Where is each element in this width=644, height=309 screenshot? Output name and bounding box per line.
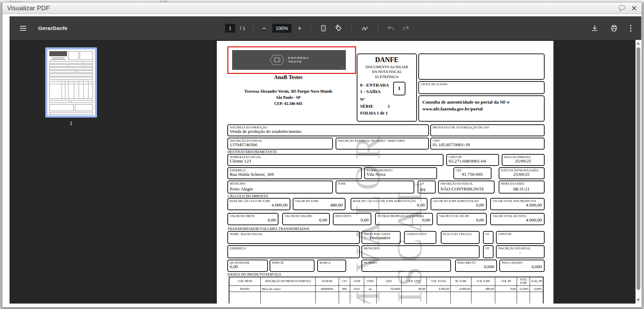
toolbar-divider (352, 24, 352, 32)
column-header: ALIQ. IPI (530, 277, 543, 286)
pdf-viewer: GerarDanfe / 1 − 100% + (10, 16, 641, 304)
chave-acesso-box: CHAVE DE ACESSO (418, 81, 545, 94)
field-transp-inscricao-estadual: INSCRIÇÃO ESTADUAL- (496, 245, 545, 258)
field-dest-cnpj-cpf: CNPJ/CPF65.271.608/0001-04 (446, 154, 499, 166)
download-icon[interactable] (590, 23, 600, 33)
empty-row (229, 292, 543, 304)
field-placa-veiculo: PLACA DO VEICULO (441, 231, 480, 244)
column-header: DESCRIÇÃO DO PRODUTO/SERVIÇO (261, 277, 316, 286)
consulta-box: Consulta de autenticidade no portal da N… (418, 95, 545, 122)
field-valor-frete: VALOR DO FRETE0,00 (227, 213, 278, 225)
cell: 000 (339, 286, 350, 292)
page-thumbnail[interactable] (45, 47, 97, 118)
field-transp-municipio: MUNICIPIO (361, 245, 480, 258)
company-logo: EMPRESATESTE + (232, 50, 346, 70)
menu-icon[interactable] (18, 24, 28, 32)
field-desconto: DESCONTO0,00 (333, 213, 371, 225)
undo-icon[interactable] (386, 24, 396, 33)
thumbnail-panel: 1 (10, 40, 136, 304)
field-dest-inscricao-estadual: INSCRIÇÃO ESTADUALNÃO-CONTRIBUINTE (438, 181, 495, 194)
fit-page-icon[interactable] (318, 23, 328, 33)
column-header: NCM/SH (315, 277, 339, 286)
field-base-icms-substituicao: BASE DE CÁLCULO DE ICMS SUBSTITUIÇÃO0,00 (351, 198, 428, 210)
cell: 4.000,00 (450, 286, 471, 292)
field-peso-liquido: PESO LIQUIDO0,000 (499, 260, 545, 272)
close-icon[interactable] (631, 5, 637, 11)
comment-bubble-icon[interactable] (618, 5, 626, 12)
field-marca: MARCA (317, 260, 346, 272)
cell: Mesa de centro (261, 286, 316, 292)
field-cep: CEP91.750-095 (453, 167, 492, 179)
field-base-calculo-icms: BASE DE CÁLCULO DE ICMS4.000,00 (227, 198, 290, 210)
cell: 6101 (350, 286, 364, 292)
field-valor-seguro: VALOR DO SEGURO0,00 (282, 213, 330, 225)
more-vertical-icon[interactable] (628, 23, 633, 33)
field-cnpj-emitente: CNPJ01.105.857/0001-39 (430, 138, 545, 150)
thumbnail-page-preview (47, 49, 95, 115)
section-destinatario: DESTINATÁRIO/REMETENTE (227, 150, 277, 154)
redo-icon[interactable] (401, 24, 411, 33)
field-numero: NUMERO (361, 260, 451, 272)
field-valor-total-ipi: VALOR TOTAL DO IPI0,00 (437, 213, 487, 225)
column-header: ALIQ. ICMS (517, 277, 530, 286)
cell: 4.000,00 (427, 286, 451, 292)
modal-title: Visualizar PDF (7, 4, 50, 12)
section-calculo-imposto: CÁLCULO DO IMPOSTO (227, 194, 268, 198)
cell: 0,00% (530, 286, 543, 292)
cell: 50,0000 (376, 286, 402, 292)
thumbnail-page-number: 1 (45, 120, 97, 126)
column-header: VLR. ICMS (471, 277, 495, 286)
rotate-icon[interactable] (333, 23, 344, 34)
field-transp-cnpj-cpf: CNPJ/CPF (496, 231, 545, 244)
field-valor-icms-substituicao: VALOR DO ICMS SUBSTITUIÇÃO0,00 (431, 198, 487, 210)
cell: 12,00% (517, 286, 530, 292)
field-bairro: BAIRRO/DISTRITOVila Nova (364, 167, 437, 179)
page-total: / 1 (240, 26, 245, 31)
field-fone: FONE (336, 181, 414, 194)
field-transp-nome: NOME / RAZÃO SOCIAL (227, 231, 360, 244)
field-valor-total-nota: VALOR TOTAL DA NOTA4.000,00 (490, 213, 545, 225)
column-header: CFOP (350, 277, 364, 286)
field-especie: ESPECIE (270, 260, 315, 272)
pdf-toolbar: GerarDanfe / 1 − 100% + (10, 16, 641, 40)
cell: MA001 (229, 286, 261, 292)
field-valor-total-produtos: VALOR TOTAL DOS PRODUTOS4.000,00 (490, 198, 545, 210)
field-dest-nome: NOME/RAZÃO SOCIALCliente 123 (227, 154, 444, 166)
produtos-table: COD. PROD DESCRIÇÃO DO PRODUTO/SERVIÇO N… (229, 277, 544, 304)
scrollbar-up-icon[interactable] (637, 42, 640, 45)
column-header: VLR. IPI (495, 277, 517, 286)
annotate-icon[interactable] (359, 23, 370, 33)
field-uf: UFRS (418, 181, 436, 194)
visualizar-pdf-modal: Visualizar PDF (2, 2, 642, 308)
field-valor-icms: VALOR DO ICMS480,00 (293, 198, 345, 210)
field-transp-uf1: UF (483, 231, 494, 244)
danfe-page: SEM VALOR FISCAL (217, 41, 553, 304)
zoom-out-icon[interactable]: − (261, 23, 268, 33)
logo-highlight-frame: EMPRESATESTE + (227, 46, 356, 74)
vertical-scrollbar[interactable] (635, 40, 641, 304)
produtos-header-row: COD. PROD DESCRIÇÃO DO PRODUTO/SERVIÇO N… (229, 277, 543, 286)
field-quantidade: QUANTIDADE0,00 (227, 260, 268, 272)
print-icon[interactable] (609, 23, 619, 33)
field-hora-saida: HORA DA SAÍDA08:31:21 (499, 181, 545, 194)
toolbar-divider (253, 24, 253, 32)
column-header: COD. PROD (229, 277, 261, 286)
zoom-in-icon[interactable]: + (296, 23, 303, 33)
column-header: VLR. TOTAL (427, 277, 451, 286)
logo-hexagon-icon (269, 53, 285, 66)
column-header: BC ICMS (450, 277, 471, 286)
page-number-input[interactable] (225, 24, 235, 33)
emitente-nome: AnaB Testes (217, 74, 360, 80)
field-inscricao-estadual: INSCRIÇÃO ESTADUAL137045746566 (227, 138, 333, 150)
zoom-level[interactable]: 100% (272, 24, 291, 33)
danfe-header-box: DANFE DOCUMENTO AUXILIAR DA NOTA FISCAL … (357, 53, 417, 122)
field-frete-por-conta: FRETE POR CONTA1 - Destinatário (361, 231, 401, 244)
scrollbar-thumb[interactable] (637, 47, 640, 290)
logo-corner-mark: + (341, 65, 343, 69)
field-ie-subst-tributario: INSCRIÇÃO ESTADUAL DO SUBST. TRIBUTARIO (336, 138, 429, 150)
scrollbar-down-icon[interactable] (637, 299, 640, 302)
cell: 00000000 (315, 286, 339, 292)
produto-row: MA001 Mesa de centro 00000000 000 6101 u… (229, 286, 543, 292)
toolbar-divider (378, 24, 378, 32)
field-natureza-operacao: NATUREZA DA OPERAÇÃOVenda de produção do… (227, 124, 429, 136)
